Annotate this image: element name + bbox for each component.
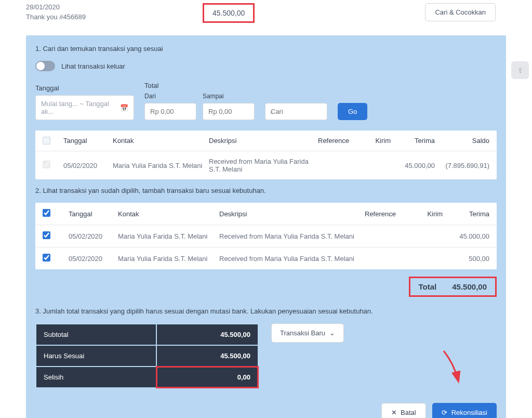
row-checkbox[interactable] [43,161,50,168]
from-label: Dari [144,93,196,100]
row-checkbox[interactable] [43,254,50,262]
cell-terima: 45.000,00 [391,162,435,169]
new-transaction-button[interactable]: Transaksi Baru ⌄ [271,323,344,343]
select-all-checkbox[interactable] [43,137,50,145]
refresh-icon: ⟳ [442,409,447,416]
col-kirim: Kirim [411,210,443,218]
table-row[interactable]: 05/02/2020 Maria Yulia Farida S.T. Melan… [35,247,497,269]
cell-date: 05/02/2020 [69,255,118,263]
col-terima: Terima [443,210,489,218]
step3-title: 3. Jumlah total transaksi yang dipilih h… [35,307,497,315]
reconcile-panel: 1. Cari dan temukan transaksi yang sesua… [26,35,506,418]
filter-row: Tanggal Mulai tang... ~ Tanggal ak... 📅 … [35,82,497,120]
scroll-top-button[interactable]: ⇧ [511,61,529,79]
header-amount: 45.500,00 [203,3,255,23]
difference-label: Selisih [36,367,156,388]
col-date: Tanggal [69,210,118,218]
calendar-icon: 📅 [120,104,128,112]
col-kirim: Kirim [360,137,391,145]
col-saldo: Saldo [435,137,489,145]
cell-contact: Maria Yulia Farida S.T. Melani [113,162,209,169]
total-badge: Total 45.500,00 [35,277,497,297]
search-input[interactable] [265,103,327,120]
cell-terima: 500,00 [443,255,489,263]
must-match-label: Harus Sesuai [36,345,156,367]
cell-contact: Maria Yulia Farida S.T. Melani [118,232,219,240]
table-row[interactable]: 05/02/2020 Maria Yulia Farida S.T. Melan… [35,225,497,247]
col-terima: Terima [391,137,435,145]
step1-title: 1. Cari dan temukan transaksi yang sesua… [35,45,497,53]
step2-title: 2. Lihat transaksi yan sudah dipilih, ta… [35,187,497,194]
date-range-input[interactable]: Mulai tang... ~ Tanggal ak... 📅 [35,95,134,120]
reconcile-button[interactable]: ⟳ Rekonsiliasi [432,403,497,418]
col-contact: Kontak [113,137,209,145]
must-match-value: 45.500,00 [156,345,258,367]
cell-contact: Maria Yulia Farida S.T. Melani [118,255,219,263]
table-header: Tanggal Kontak Deskripsi Reference Kirim… [35,130,497,151]
col-desc: Deskripsi [219,210,365,218]
total-label: Total [144,82,255,89]
date-range-placeholder: Mulai tang... ~ Tanggal ak... [41,100,120,115]
match-button[interactable]: Cari & Cocokkan [425,3,496,21]
cell-date: 05/02/2020 [69,232,118,240]
subtotal-value: 45.500,00 [156,324,258,345]
arrow-up-icon: ⇧ [517,67,523,74]
toggle-row: Lihat transaksi keluar [35,61,497,71]
col-ref: Reference [365,210,411,218]
col-contact: Kontak [118,210,219,218]
amount-from-input[interactable] [144,103,196,120]
toggle-label: Lihat transaksi keluar [61,62,125,70]
cancel-label: Batal [401,409,416,416]
header-info: 28/01/2020 Thank you #456689 [26,3,203,21]
new-transaction-label: Transaksi Baru [280,329,325,337]
table-header: Tanggal Kontak Deskripsi Reference Kirim… [35,203,497,225]
cell-desc: Received from Maria Yulia Farida S.T. Me… [219,255,365,263]
chevron-down-icon: ⌄ [329,329,335,337]
header-reference: Thank you #456689 [26,13,203,21]
cell-date: 05/02/2020 [63,162,113,169]
page-container: 28/01/2020 Thank you #456689 45.500,00 C… [0,0,532,418]
row-checkbox[interactable] [43,231,50,239]
total-value: 45.500,00 [452,282,487,291]
selected-table: Tanggal Kontak Deskripsi Reference Kirim… [35,203,497,269]
total-label: Total [419,282,437,291]
date-label: Tanggal [35,84,134,92]
action-buttons: ✕ Batal ⟳ Rekonsiliasi [35,403,497,418]
cell-desc: Received from Maria Yulia Farida S.T. Me… [209,158,318,173]
select-all-checkbox[interactable] [43,209,50,217]
header-date: 28/01/2020 [26,3,203,11]
cancel-button[interactable]: ✕ Batal [381,403,426,418]
difference-value: 0,00 [156,367,258,388]
col-desc: Deskripsi [209,137,318,145]
col-date: Tanggal [63,137,113,145]
outgoing-toggle[interactable] [35,61,55,71]
header-row: 28/01/2020 Thank you #456689 45.500,00 C… [0,0,532,35]
search-icon: ⌕ [270,108,274,115]
cell-terima: 45.000,00 [443,232,489,240]
candidates-table: Tanggal Kontak Deskripsi Reference Kirim… [35,130,497,179]
reconcile-label: Rekonsiliasi [451,409,487,416]
table-row[interactable]: 05/02/2020 Maria Yulia Farida S.T. Melan… [35,151,497,179]
cell-saldo: (7.895.690,91) [435,162,489,169]
to-label: Sampai [203,93,255,100]
col-ref: Reference [318,137,360,145]
amount-to-input[interactable] [203,103,255,120]
go-button[interactable]: Go [338,103,367,120]
summary-table: Subtotal 45.500,00 Harus Sesuai 45.500,0… [35,323,259,388]
cell-desc: Received from Maria Yulia Farida S.T. Me… [219,232,365,240]
subtotal-label: Subtotal [36,324,156,345]
close-icon: ✕ [391,409,397,416]
